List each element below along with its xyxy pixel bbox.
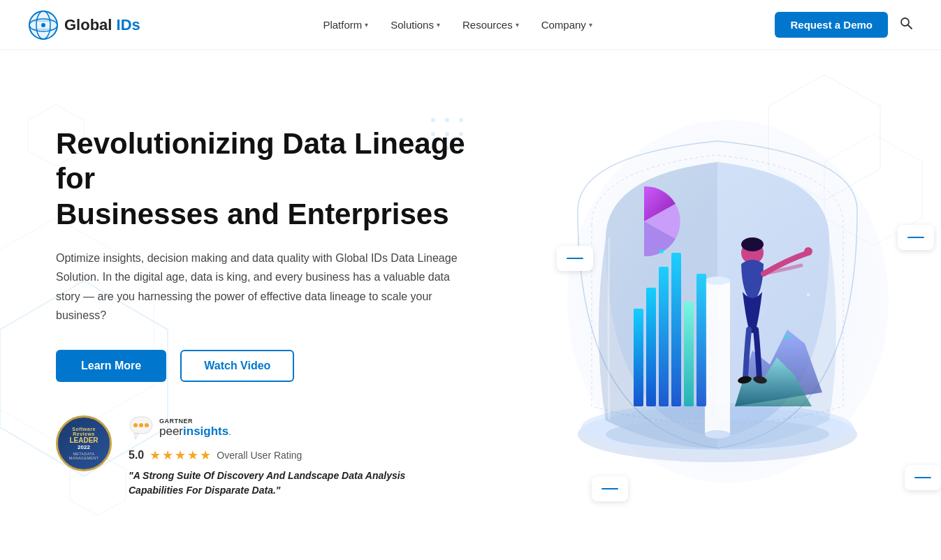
badge-year-text: 2022	[78, 444, 90, 450]
hero-content: Revolutionizing Data Lineage for Busines…	[56, 126, 489, 498]
navbar: Global IDs Platform ▾ Solutions ▾ Resour…	[0, 0, 941, 50]
nav-company-label: Company	[541, 19, 586, 31]
svg-line-7	[908, 25, 912, 29]
hero-title: Revolutionizing Data Lineage for Busines…	[56, 126, 489, 232]
nav-right: Request a Demo	[775, 12, 913, 38]
svg-point-27	[145, 423, 149, 427]
quote-text: "A Strong Suite Of Discovery And Landsca…	[129, 469, 422, 498]
svg-marker-24	[134, 434, 138, 439]
svg-point-45	[741, 237, 764, 251]
watch-video-button[interactable]: Watch Video	[180, 350, 294, 382]
social-proof: SoftwareReviews LEADER 2022 METADATAMANA…	[56, 415, 489, 498]
star-5: ★	[200, 448, 211, 463]
rating-number: 5.0	[129, 449, 144, 462]
rating-label: Overall User Rating	[217, 450, 302, 461]
badge-leader-text: LEADER	[69, 436, 98, 444]
software-reviews-badge: SoftwareReviews LEADER 2022 METADATAMANA…	[56, 415, 112, 471]
hero-visual	[536, 85, 941, 560]
mini-card-1	[557, 246, 593, 271]
svg-point-16	[459, 118, 463, 122]
svg-rect-33	[705, 281, 730, 434]
logo-icon	[28, 10, 59, 40]
star-4: ★	[187, 448, 198, 463]
nav-solutions-chevron: ▾	[437, 21, 440, 29]
mini-card-4	[905, 465, 941, 490]
hero-title-line2: Businesses and Enterprises	[56, 198, 449, 230]
peer-insights-icon	[129, 415, 154, 441]
hero-buttons: Learn More Watch Video	[56, 350, 489, 382]
svg-rect-38	[659, 267, 669, 406]
hero-section: Revolutionizing Data Lineage for Busines…	[0, 50, 941, 560]
svg-rect-37	[646, 288, 656, 406]
learn-more-button[interactable]: Learn More	[56, 350, 166, 382]
gartner-label: Gartner	[159, 418, 231, 425]
mini-card-2	[592, 476, 628, 501]
mini-card-3	[898, 225, 934, 250]
data-visualization	[536, 85, 899, 490]
nav-platform[interactable]: Platform ▾	[323, 19, 368, 31]
nav-solutions-label: Solutions	[391, 19, 434, 31]
svg-point-25	[133, 423, 138, 427]
svg-point-14	[431, 118, 435, 122]
svg-point-34	[705, 277, 730, 285]
nav-resources-chevron: ▾	[516, 21, 519, 29]
svg-rect-40	[684, 302, 694, 406]
nav-platform-chevron: ▾	[365, 21, 368, 29]
rating-row: 5.0 ★ ★ ★ ★ ★ Overall User Rating	[129, 448, 422, 463]
svg-rect-39	[671, 253, 681, 406]
svg-point-50	[785, 334, 789, 339]
svg-point-46	[804, 247, 812, 256]
hero-title-line1: Revolutionizing Data Lineage for	[56, 127, 465, 195]
nav-links: Platform ▾ Solutions ▾ Resources ▾ Compa…	[323, 19, 592, 31]
svg-point-49	[659, 249, 664, 253]
hero-subtitle: Optimize insights, decision making and d…	[56, 249, 461, 325]
star-rating: ★ ★ ★ ★ ★	[149, 448, 211, 463]
svg-point-51	[807, 293, 810, 296]
star-3: ★	[175, 448, 186, 463]
nav-platform-label: Platform	[323, 19, 362, 31]
nav-company-chevron: ▾	[589, 21, 592, 29]
svg-point-26	[139, 423, 143, 427]
search-icon[interactable]	[899, 16, 913, 34]
svg-point-15	[445, 118, 449, 122]
badge-top-text: SoftwareReviews	[72, 427, 96, 436]
star-1: ★	[149, 448, 161, 463]
nav-resources-label: Resources	[462, 19, 513, 31]
logo-wordmark: Global IDs	[64, 16, 140, 34]
svg-rect-36	[634, 309, 643, 406]
gartner-peer-insights: Gartner peerinsights. 5.0 ★ ★ ★ ★ ★	[129, 415, 422, 498]
star-2: ★	[162, 448, 173, 463]
svg-point-35	[705, 430, 730, 439]
logo-ids: IDs	[117, 16, 140, 34]
request-demo-button[interactable]: Request a Demo	[775, 12, 888, 38]
nav-company[interactable]: Company ▾	[541, 19, 592, 31]
nav-resources[interactable]: Resources ▾	[462, 19, 519, 31]
nav-solutions[interactable]: Solutions ▾	[391, 19, 440, 31]
badge-bottom-text: METADATAMANAGEMENT	[69, 452, 99, 460]
logo[interactable]: Global IDs	[28, 10, 140, 40]
gartner-logo-row: Gartner peerinsights.	[129, 415, 422, 441]
svg-rect-41	[696, 274, 706, 406]
svg-point-3	[41, 23, 45, 27]
